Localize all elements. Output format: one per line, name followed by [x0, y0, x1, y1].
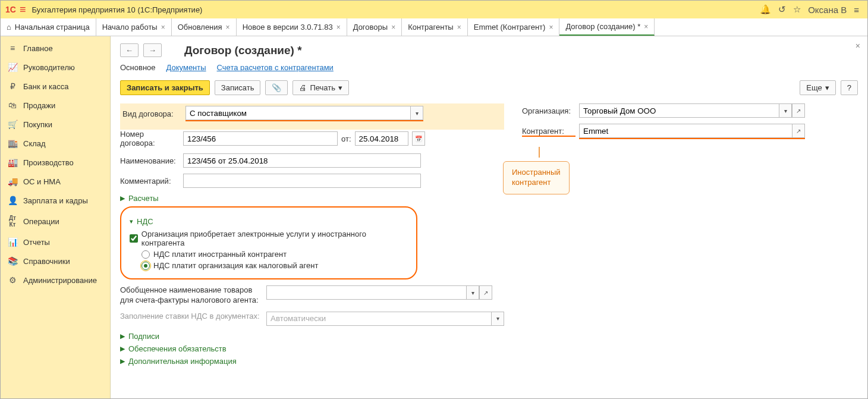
open-button[interactable]: ↗ — [792, 124, 805, 138]
close-icon[interactable]: × — [644, 23, 648, 31]
bag-icon: 🛍 — [8, 100, 17, 110]
sidebar-item-warehouse[interactable]: 🏬Склад — [1, 134, 110, 153]
tab-item-4[interactable]: Контрагенты× — [402, 18, 468, 36]
open-button[interactable]: ↗ — [792, 103, 805, 118]
subtab-documents[interactable]: Документы — [166, 63, 206, 72]
close-icon[interactable]: × — [226, 23, 230, 32]
history-icon[interactable]: ↺ — [778, 4, 786, 15]
org-input[interactable] — [579, 103, 779, 118]
contract-date-input[interactable] — [355, 131, 408, 146]
sidebar-item-salary[interactable]: 👤Зарплата и кадры — [1, 191, 110, 210]
sidebar-item-bank[interactable]: ₽Банк и касса — [1, 77, 110, 96]
dropdown-button[interactable]: ▾ — [779, 103, 792, 118]
paperclip-icon: 📎 — [272, 83, 281, 92]
callout-foreign-counterparty: Иностранный контрагент — [503, 161, 570, 194]
foreign-services-checkbox-row[interactable]: Организация приобретает электронные услу… — [130, 230, 408, 247]
truck-icon: 🚚 — [8, 177, 17, 186]
sidebar-item-admin[interactable]: ⚙Администрирование — [1, 271, 110, 290]
sidebar-item-purchases[interactable]: 🛒Покупки — [1, 115, 110, 134]
nav-forward-button[interactable]: → — [143, 43, 162, 57]
dropdown-button[interactable]: ▾ — [410, 106, 423, 120]
general-name-label: Обобщенное наименование товаров для счет… — [120, 285, 263, 306]
close-icon[interactable]: × — [161, 23, 165, 32]
warehouse-icon: 🏬 — [8, 139, 17, 148]
sidebar-item-references[interactable]: 📚Справочники — [1, 252, 110, 271]
tab-item-3[interactable]: Договоры× — [347, 18, 402, 36]
sidebar-item-main[interactable]: ≡Главное — [1, 39, 110, 58]
chevron-right-icon: ▶ — [120, 194, 125, 202]
foreign-services-label: Организация приобретает электронные услу… — [141, 230, 408, 247]
contract-type-input[interactable] — [185, 106, 410, 120]
close-icon[interactable]: × — [457, 23, 461, 32]
menu-icon[interactable]: ≡ — [854, 5, 859, 15]
dropdown-button: ▾ — [491, 312, 504, 326]
dropdown-button[interactable]: ▾ — [466, 285, 479, 300]
sidebar-item-assets[interactable]: 🚚ОС и НМА — [1, 172, 110, 191]
sidebar-item-manager[interactable]: 📈Руководителю — [1, 58, 110, 77]
printer-icon: 🖨 — [299, 83, 307, 92]
sidebar-item-reports[interactable]: 📊Отчеты — [1, 233, 110, 252]
section-guarantee[interactable]: ▶ Обеспечения обязательств — [120, 344, 504, 353]
username[interactable]: Оксана В — [808, 5, 847, 15]
contract-name-input[interactable] — [183, 153, 421, 168]
help-button[interactable]: ? — [841, 80, 858, 95]
tab-home[interactable]: ⌂ Начальная страница — [1, 18, 96, 36]
section-extra[interactable]: ▶ Дополнительная информация — [120, 357, 504, 366]
close-icon[interactable]: × — [391, 23, 395, 32]
nav-back-button[interactable]: ← — [120, 43, 139, 57]
foreign-services-checkbox[interactable] — [130, 234, 138, 243]
radio-foreign-pays[interactable]: НДС платит иностранный контрагент — [141, 250, 408, 259]
counterparty-label: Контрагент: — [522, 127, 575, 137]
date-label: от: — [341, 134, 351, 143]
tab-item-5[interactable]: Emmet (Контрагент)× — [468, 18, 560, 36]
hamburger-icon[interactable]: ≡ — [20, 4, 26, 16]
tab-item-0[interactable]: Начало работы× — [96, 18, 172, 36]
chevron-right-icon: ▶ — [120, 345, 125, 353]
subtab-accounts[interactable]: Счета расчетов с контрагентами — [217, 63, 334, 72]
chevron-down-icon: ▾ — [130, 218, 133, 225]
open-button[interactable]: ↗ — [479, 285, 492, 300]
radio-org-agent[interactable]: НДС платит организация как налоговый аге… — [141, 261, 408, 270]
person-icon: 👤 — [8, 196, 17, 205]
radio-icon — [141, 262, 150, 270]
calendar-button[interactable]: 📅 — [412, 131, 425, 146]
callout-connector — [539, 147, 540, 158]
tab-item-2[interactable]: Новое в версии 3.0.71.83× — [237, 18, 347, 36]
ledger-icon: ДтКт — [8, 215, 17, 228]
chevron-down-icon: ▾ — [338, 83, 342, 92]
radio-icon — [141, 250, 150, 259]
section-nds[interactable]: ▾ НДС — [130, 217, 408, 226]
cart-icon: 🛒 — [8, 120, 17, 129]
close-icon[interactable]: × — [549, 23, 553, 32]
sidebar-item-production[interactable]: 🏭Производство — [1, 153, 110, 172]
tab-home-label: Начальная страница — [15, 23, 90, 32]
attach-button[interactable]: 📎 — [265, 80, 288, 95]
contract-number-input[interactable] — [183, 131, 338, 146]
counterparty-input[interactable] — [579, 124, 792, 138]
factory-icon: 🏭 — [8, 158, 17, 167]
close-icon[interactable]: × — [336, 23, 341, 32]
subtab-main[interactable]: Основное — [120, 63, 156, 72]
section-sign[interactable]: ▶ Подписи — [120, 332, 504, 341]
write-and-close-button[interactable]: Записать и закрыть — [120, 80, 210, 95]
chevron-right-icon: ▶ — [120, 357, 125, 365]
general-name-input[interactable] — [266, 285, 466, 300]
tab-item-6[interactable]: Договор (создание) *× — [559, 18, 655, 36]
close-page-icon[interactable]: × — [856, 41, 860, 51]
bell-icon[interactable]: 🔔 — [760, 4, 771, 15]
sidebar-item-operations[interactable]: ДтКтОперации — [1, 210, 110, 233]
chevron-right-icon: ▶ — [120, 332, 125, 340]
comment-input[interactable] — [183, 174, 421, 188]
nds-highlight-box: ▾ НДС Организация приобретает электронны… — [120, 206, 417, 279]
toolbar: Записать и закрыть Записать 📎 🖨Печать▾ Е… — [120, 80, 858, 95]
chart-icon: 📈 — [8, 62, 17, 72]
write-button[interactable]: Записать — [215, 80, 261, 95]
section-calc[interactable]: ▶ Расчеты — [120, 194, 504, 203]
name-label: Наименование: — [120, 156, 180, 165]
print-button[interactable]: 🖨Печать▾ — [293, 80, 349, 95]
more-button[interactable]: Еще▾ — [800, 80, 835, 95]
tab-item-1[interactable]: Обновления× — [172, 18, 237, 36]
chevron-down-icon: ▾ — [825, 83, 829, 92]
star-icon[interactable]: ☆ — [793, 4, 801, 15]
sidebar-item-sales[interactable]: 🛍Продажи — [1, 96, 110, 115]
